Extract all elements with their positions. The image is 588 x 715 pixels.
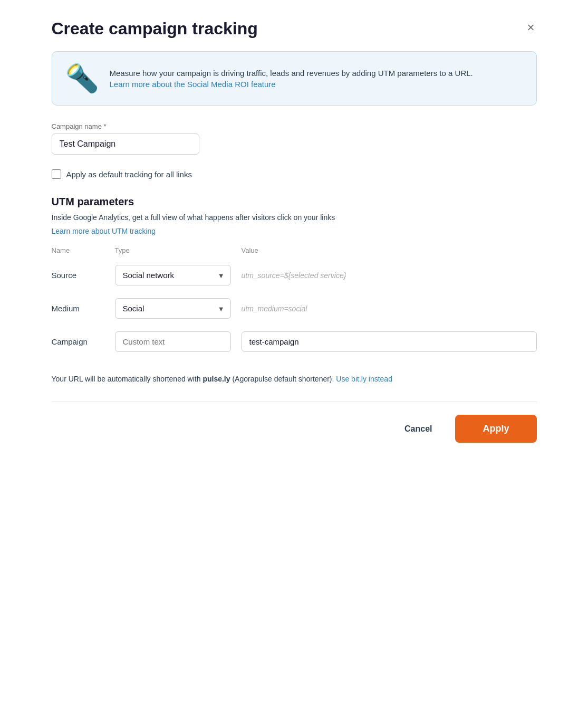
utm-row-source-type-cell: Social network Custom text ▼ [115, 259, 242, 292]
utm-row-source: Source Social network Custom text ▼ utm_… [52, 259, 537, 292]
source-type-select-wrap: Social network Custom text ▼ [115, 265, 231, 285]
medium-type-select[interactable]: Social Custom text [115, 298, 231, 319]
utm-row-source-value: utm_source=${selected service} [242, 259, 537, 292]
shortener-text-before: Your URL will be automatically shortened… [52, 375, 203, 383]
cancel-button[interactable]: Cancel [394, 418, 442, 440]
utm-section: UTM parameters Inside Google Analytics, … [52, 196, 537, 358]
utm-row-medium-type-cell: Social Custom text ▼ [115, 292, 242, 325]
utm-row-campaign-name: Campaign [52, 325, 115, 358]
utm-row-medium-value: utm_medium=social [242, 292, 537, 325]
default-tracking-label: Apply as default tracking for all links [66, 170, 192, 179]
apply-button[interactable]: Apply [455, 415, 536, 443]
campaign-name-section: Campaign name * [52, 122, 537, 155]
utm-row-source-name: Source [52, 259, 115, 292]
campaign-name-label: Campaign name * [52, 122, 537, 130]
flashlight-icon: 🔦 [65, 62, 99, 94]
utm-row-medium: Medium Social Custom text ▼ utm_medium=s… [52, 292, 537, 325]
campaign-name-input[interactable] [52, 134, 199, 155]
source-value-placeholder: utm_source=${selected service} [242, 271, 346, 280]
utm-row-campaign: Campaign [52, 325, 537, 358]
shortener-text-after: (Agorapulse default shortener). [230, 375, 336, 383]
social-roi-link[interactable]: Learn more about the Social Media ROI fe… [110, 80, 276, 89]
medium-type-select-wrap: Social Custom text ▼ [115, 298, 231, 319]
source-type-select[interactable]: Social network Custom text [115, 265, 231, 285]
create-campaign-modal: Create campaign tracking × 🔦 Measure how… [31, 0, 558, 462]
default-tracking-row: Apply as default tracking for all links [52, 169, 537, 179]
utm-description: Inside Google Analytics, get a full view… [52, 212, 537, 223]
info-box-content: Measure how your campaign is driving tra… [110, 68, 473, 89]
close-button[interactable]: × [525, 19, 536, 36]
col-header-name: Name [52, 246, 115, 259]
modal-title: Create campaign tracking [52, 19, 258, 39]
col-header-type: Type [115, 246, 242, 259]
modal-footer: Cancel Apply [52, 402, 537, 462]
utm-row-campaign-value-cell [242, 325, 537, 358]
utm-row-campaign-type-cell [115, 325, 242, 358]
modal-header: Create campaign tracking × [52, 19, 537, 39]
utm-table: Name Type Value Source Social network Cu… [52, 246, 537, 358]
utm-title: UTM parameters [52, 196, 537, 208]
campaign-value-input[interactable] [242, 331, 537, 352]
default-tracking-checkbox[interactable] [52, 169, 61, 179]
info-box-text: Measure how your campaign is driving tra… [110, 68, 473, 80]
col-header-value: Value [242, 246, 537, 259]
info-box: 🔦 Measure how your campaign is driving t… [52, 51, 537, 106]
shortener-brand: pulse.ly [203, 375, 230, 383]
bitly-link[interactable]: Use bit.ly instead [336, 375, 392, 383]
medium-value-placeholder: utm_medium=social [242, 304, 307, 313]
utm-learn-more-link[interactable]: Learn more about UTM tracking [52, 227, 156, 235]
utm-row-medium-name: Medium [52, 292, 115, 325]
campaign-type-input[interactable] [115, 331, 231, 352]
shortener-info: Your URL will be automatically shortened… [52, 373, 537, 385]
